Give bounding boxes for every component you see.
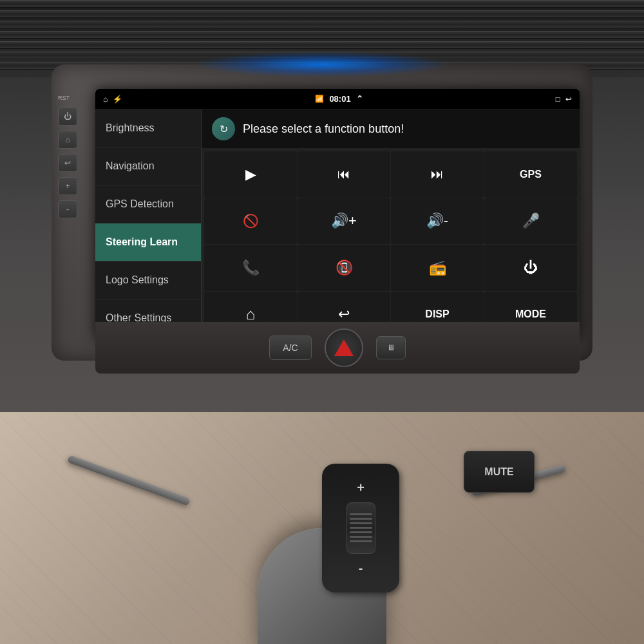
bluetooth-icon: 📶 <box>315 95 324 103</box>
phone-button[interactable]: 📞 <box>204 245 297 291</box>
mic-icon: 🎤 <box>522 213 540 229</box>
status-bar: ⌂ ⚡ 📶 08:01 ⌃ □ ↩ <box>95 89 580 109</box>
radio-button[interactable]: 📻 <box>391 245 484 291</box>
dashboard-section: RST ⏻ ⌂ ↩ + - ⌂ ⚡ 📶 08:01 ⌃ □ ↩ <box>0 0 644 412</box>
signal-icon: ⌃ <box>356 94 363 104</box>
refresh-button[interactable]: ↻ <box>212 117 235 140</box>
status-left-icons: ⌂ ⚡ <box>103 95 122 104</box>
function-button-grid: ▶ ⏮ ⏭ GPS 🚫 🔊+ <box>202 149 580 340</box>
screen-content: Brightness Navigation GPS Detection Stee… <box>95 109 580 340</box>
power-icon: ⏻ <box>524 260 538 276</box>
steering-section: + - MUTE <box>0 412 644 644</box>
menu-item-brightness[interactable]: Brightness <box>95 109 201 147</box>
vol-down-side-button[interactable]: - <box>58 200 77 218</box>
settings-menu: Brightness Navigation GPS Detection Stee… <box>95 109 202 340</box>
clock-display: 08:01 <box>329 94 350 104</box>
scroll-wheel-area: + - <box>322 464 399 592</box>
rib-2 <box>350 518 372 520</box>
usb-status-icon: ⚡ <box>113 95 122 104</box>
plus-label: + <box>357 480 365 495</box>
rib-6 <box>350 536 372 538</box>
hazard-button[interactable] <box>325 328 363 367</box>
rib-1 <box>350 513 372 515</box>
ac-button[interactable]: A/C <box>269 336 311 360</box>
rib-7 <box>350 540 372 542</box>
mode-label: MODE <box>515 308 546 320</box>
panel-title: Please select a function button! <box>243 122 404 136</box>
vol-down-button[interactable]: 🔊- <box>391 198 484 245</box>
mic-button[interactable]: 🎤 <box>484 198 577 245</box>
power-side-button[interactable]: ⏻ <box>58 108 77 126</box>
minus-label: - <box>359 561 363 576</box>
window-icon: □ <box>556 95 560 104</box>
scroll-wheel[interactable] <box>346 502 375 554</box>
menu-item-steering-learn[interactable]: Steering Learn <box>95 223 201 261</box>
blue-ambient-glow <box>193 52 451 77</box>
main-content-panel: ↻ Please select a function button! ▶ ⏮ ⏭ <box>202 109 580 340</box>
vol-up-icon: 🔊+ <box>331 213 357 229</box>
phone-icon: 📞 <box>242 260 260 276</box>
prev-button[interactable]: ⏮ <box>298 151 390 198</box>
home-side-button[interactable]: ⌂ <box>58 131 77 149</box>
rst-label: RST <box>58 93 93 102</box>
back-icon: ↩ <box>338 306 350 323</box>
display-button[interactable]: 🖥 <box>376 336 406 359</box>
menu-item-gps-detection[interactable]: GPS Detection <box>95 185 201 223</box>
play-button[interactable]: ▶ <box>204 151 297 198</box>
menu-item-logo-settings[interactable]: Logo Settings <box>95 261 201 299</box>
steering-wheel-area: + - MUTE <box>0 412 644 644</box>
vol-up-button[interactable]: 🔊+ <box>298 198 390 245</box>
infotainment-screen: ⌂ ⚡ 📶 08:01 ⌃ □ ↩ Brightness Navigation … <box>95 89 580 340</box>
display-icon: 🖥 <box>387 343 395 352</box>
next-button[interactable]: ⏭ <box>391 151 484 198</box>
mute-icon: 🚫 <box>243 213 259 229</box>
mute-button-container: MUTE <box>464 451 535 493</box>
status-time-area: 📶 08:01 ⌃ <box>315 94 363 104</box>
play-icon: ▶ <box>245 166 256 183</box>
prev-icon: ⏮ <box>337 167 350 182</box>
next-icon: ⏭ <box>431 167 444 182</box>
hangup-icon: 📵 <box>336 260 353 276</box>
rib-5 <box>350 531 372 533</box>
home-icon: ⌂ <box>246 305 256 323</box>
hangup-button[interactable]: 📵 <box>298 245 390 291</box>
hazard-triangle-icon <box>334 339 354 356</box>
back-side-button[interactable]: ↩ <box>58 154 77 172</box>
scroll-ribs <box>350 506 372 551</box>
rib-4 <box>350 527 372 529</box>
radio-icon: 📻 <box>429 260 446 276</box>
menu-item-navigation[interactable]: Navigation <box>95 147 201 185</box>
gps-label: GPS <box>520 169 542 180</box>
panel-header: ↻ Please select a function button! <box>202 109 580 149</box>
rib-3 <box>350 522 372 524</box>
power-button[interactable]: ⏻ <box>484 245 577 291</box>
steering-mute-button[interactable]: MUTE <box>464 451 535 493</box>
mute-button[interactable]: 🚫 <box>204 198 297 245</box>
home-status-icon: ⌂ <box>103 95 108 104</box>
vol-up-side-button[interactable]: + <box>58 177 77 195</box>
status-right-icons: □ ↩ <box>556 95 572 104</box>
dashboard-bottom-controls: A/C 🖥 <box>95 322 580 374</box>
left-side-panel: RST ⏻ ⌂ ↩ + - <box>58 93 93 218</box>
gps-button[interactable]: GPS <box>484 151 577 198</box>
back-status-icon: ↩ <box>565 95 572 104</box>
vol-down-icon: 🔊- <box>426 213 448 229</box>
disp-label: DISP <box>425 308 449 320</box>
